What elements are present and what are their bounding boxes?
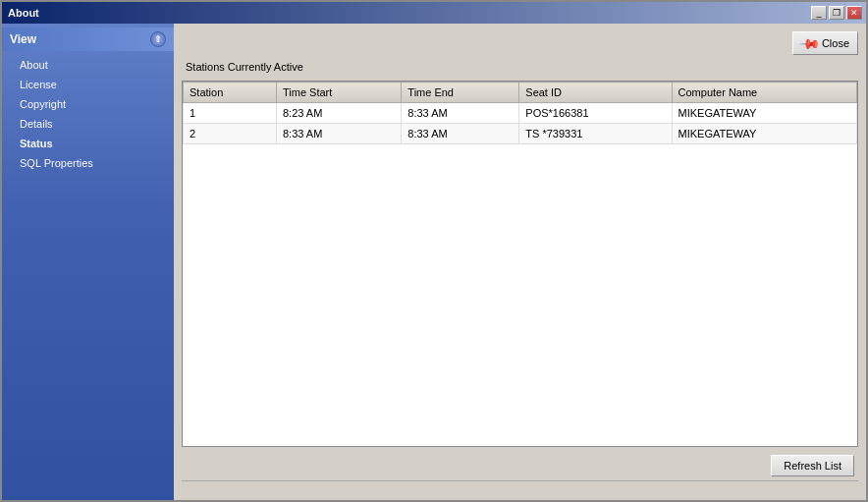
table-cell-time_start: 8:23 AM bbox=[277, 103, 402, 124]
sidebar-section-header: View ⇧ bbox=[2, 28, 174, 51]
table-cell-station: 1 bbox=[184, 103, 277, 124]
refresh-list-label: Refresh List bbox=[784, 460, 841, 472]
close-button[interactable]: 📌 Close bbox=[792, 31, 858, 55]
close-area: 📌 Close bbox=[182, 31, 858, 55]
table-cell-seat_id: TS *739331 bbox=[519, 124, 672, 144]
table-cell-station: 2 bbox=[184, 124, 277, 144]
sidebar-section-label: View bbox=[10, 32, 36, 46]
table-row: 18:23 AM8:33 AMPOS*166381MIKEGATEWAY bbox=[184, 103, 857, 124]
main-window: About _ ❐ ✕ View ⇧ About License Copyrig… bbox=[0, 0, 868, 502]
refresh-list-button[interactable]: Refresh List bbox=[771, 455, 854, 476]
table-cell-time_start: 8:33 AM bbox=[277, 124, 402, 144]
col-station: Station bbox=[184, 83, 277, 103]
col-seat-id: Seat ID bbox=[519, 83, 672, 103]
window-close-button[interactable]: ✕ bbox=[846, 6, 862, 20]
sidebar-item-copyright[interactable]: Copyright bbox=[2, 94, 174, 114]
table-header-row: Station Time Start Time End Seat ID Comp… bbox=[184, 83, 857, 103]
stations-table: Station Time Start Time End Seat ID Comp… bbox=[183, 82, 857, 144]
sidebar-item-details[interactable]: Details bbox=[2, 114, 174, 134]
bottom-bar: Refresh List bbox=[182, 447, 858, 480]
sidebar-item-sql-properties[interactable]: SQL Properties bbox=[2, 153, 174, 173]
sidebar-item-status[interactable]: Status bbox=[2, 134, 174, 153]
close-button-label: Close bbox=[822, 37, 849, 49]
sidebar-item-about[interactable]: About bbox=[2, 55, 174, 75]
window-title: About bbox=[6, 7, 39, 19]
table-cell-computer_name: MIKEGATEWAY bbox=[672, 124, 856, 144]
table-cell-time_end: 8:33 AM bbox=[402, 124, 519, 144]
sidebar-collapse-button[interactable]: ⇧ bbox=[150, 31, 166, 47]
section-title: Stations Currently Active bbox=[182, 61, 858, 73]
table-row: 28:33 AM8:33 AMTS *739331MIKEGATEWAY bbox=[184, 124, 857, 144]
sidebar: View ⇧ About License Copyright Details S… bbox=[2, 24, 174, 500]
title-bar: About _ ❐ ✕ bbox=[2, 2, 866, 24]
main-content: 📌 Close Stations Currently Active Statio… bbox=[174, 24, 866, 500]
table-header: Station Time Start Time End Seat ID Comp… bbox=[184, 83, 857, 103]
minimize-button[interactable]: _ bbox=[811, 6, 827, 20]
col-time-start: Time Start bbox=[277, 83, 402, 103]
restore-button[interactable]: ❐ bbox=[829, 6, 844, 20]
col-computer-name: Computer Name bbox=[672, 83, 856, 103]
sidebar-item-license[interactable]: License bbox=[2, 75, 174, 94]
window-body: View ⇧ About License Copyright Details S… bbox=[2, 24, 866, 500]
col-time-end: Time End bbox=[402, 83, 519, 103]
table-cell-computer_name: MIKEGATEWAY bbox=[672, 103, 856, 124]
stations-table-container: Station Time Start Time End Seat ID Comp… bbox=[182, 81, 858, 447]
table-body: 18:23 AM8:33 AMPOS*166381MIKEGATEWAY28:3… bbox=[184, 103, 857, 144]
content-panel: Stations Currently Active Station Time S… bbox=[182, 61, 858, 447]
table-cell-time_end: 8:33 AM bbox=[402, 103, 519, 124]
table-cell-seat_id: POS*166381 bbox=[519, 103, 672, 124]
scrollbar-area[interactable] bbox=[182, 480, 858, 492]
pin-icon: 📌 bbox=[798, 31, 821, 54]
title-bar-controls: _ ❐ ✕ bbox=[811, 6, 862, 20]
